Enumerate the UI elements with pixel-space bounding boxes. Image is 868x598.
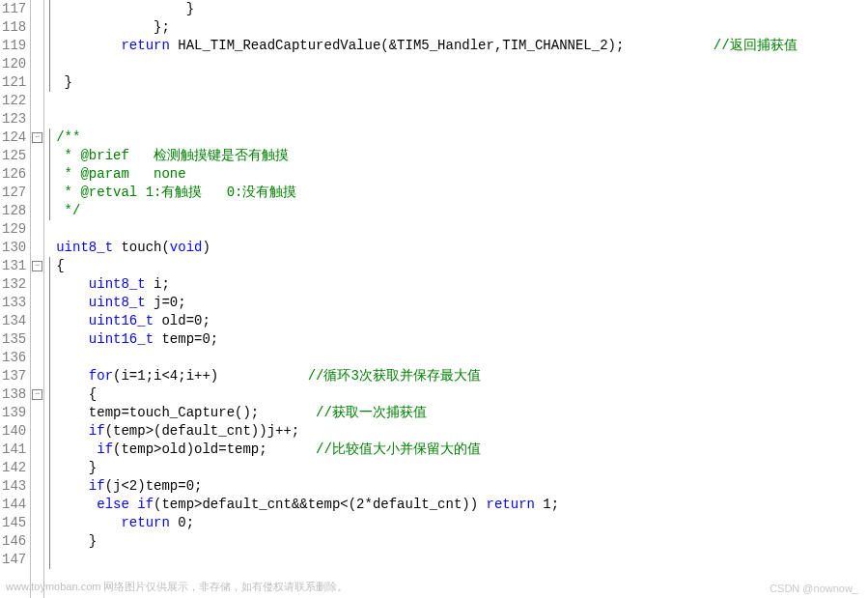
code-line[interactable]: { — [56, 385, 868, 404]
code-line[interactable]: if(temp>(default_cnt))j++; — [56, 422, 868, 441]
code-line[interactable]: */ — [56, 202, 868, 220]
line-number: 124 — [2, 128, 26, 147]
fold-toggle-icon[interactable]: − — [32, 261, 42, 271]
code-line[interactable]: uint16_t old=0; — [56, 312, 868, 330]
fold-toggle-icon[interactable]: − — [32, 132, 42, 143]
scope-indicator — [49, 257, 50, 569]
watermark-right: CSDN @nownow_ — [770, 583, 858, 594]
line-number: 135 — [2, 330, 26, 349]
code-line[interactable]: }; — [56, 18, 868, 37]
line-number: 134 — [2, 312, 26, 330]
code-line[interactable]: uint8_t j=0; — [56, 294, 868, 312]
line-number: 146 — [2, 532, 26, 551]
code-line[interactable]: if(temp>old)old=temp; //比较值大小并保留大的值 — [56, 441, 868, 459]
scope-column — [44, 0, 56, 598]
line-number: 119 — [2, 37, 26, 55]
watermark-left: www.toymoban.com 网络图片仅供展示，非存储，如有侵权请联系删除。 — [6, 580, 348, 594]
line-number: 130 — [2, 239, 26, 257]
code-line[interactable]: uint8_t i; — [56, 275, 868, 294]
line-number: 145 — [2, 514, 26, 532]
code-line[interactable]: } — [56, 0, 868, 18]
code-line[interactable]: if(j<2)temp=0; — [56, 477, 868, 496]
line-number: 140 — [2, 422, 26, 441]
line-number: 142 — [2, 459, 26, 477]
code-line[interactable] — [56, 551, 868, 569]
line-number-gutter: 1171181191201211221231241251261271281291… — [0, 0, 31, 598]
code-line[interactable]: } — [56, 459, 868, 477]
code-line[interactable]: temp=touch_Capture(); //获取一次捕获值 — [56, 404, 868, 422]
line-number: 122 — [2, 92, 26, 110]
code-line[interactable]: uint16_t temp=0; — [56, 330, 868, 349]
line-number: 143 — [2, 477, 26, 496]
line-number: 117 — [2, 0, 26, 18]
line-number: 121 — [2, 73, 26, 92]
code-line[interactable]: } — [56, 73, 868, 92]
code-line[interactable]: * @param none — [56, 165, 868, 184]
code-line[interactable]: * @retval 1:有触摸 0:没有触摸 — [56, 184, 868, 202]
code-line[interactable]: } — [56, 532, 868, 551]
code-line[interactable] — [56, 220, 868, 239]
code-line[interactable] — [56, 55, 868, 73]
code-area[interactable]: } }; return HAL_TIM_ReadCapturedValue(&T… — [56, 0, 868, 598]
code-line[interactable] — [56, 110, 868, 128]
fold-toggle-icon[interactable]: − — [32, 389, 42, 400]
line-number: 123 — [2, 110, 26, 128]
code-line[interactable]: return HAL_TIM_ReadCapturedValue(&TIM5_H… — [56, 37, 868, 55]
line-number: 132 — [2, 275, 26, 294]
code-line[interactable]: for(i=1;i<4;i++) //循环3次获取并保存最大值 — [56, 367, 868, 385]
line-number: 139 — [2, 404, 26, 422]
line-number: 136 — [2, 349, 26, 367]
scope-indicator — [49, 128, 50, 220]
line-number: 133 — [2, 294, 26, 312]
line-number: 129 — [2, 220, 26, 239]
line-number: 147 — [2, 551, 26, 569]
code-line[interactable]: { — [56, 257, 868, 275]
code-line[interactable]: /** — [56, 128, 868, 147]
code-line[interactable]: uint8_t touch(void) — [56, 239, 868, 257]
line-number: 144 — [2, 496, 26, 514]
line-number: 131 — [2, 257, 26, 275]
line-number: 118 — [2, 18, 26, 37]
line-number: 138 — [2, 385, 26, 404]
line-number: 128 — [2, 202, 26, 220]
line-number: 125 — [2, 147, 26, 165]
scope-indicator — [49, 0, 50, 92]
code-line[interactable] — [56, 349, 868, 367]
line-number: 137 — [2, 367, 26, 385]
code-line[interactable]: * @brief 检测触摸键是否有触摸 — [56, 147, 868, 165]
code-line[interactable] — [56, 92, 868, 110]
line-number: 127 — [2, 184, 26, 202]
code-line[interactable]: return 0; — [56, 514, 868, 532]
fold-column[interactable]: −−− — [31, 0, 44, 598]
code-editor[interactable]: 1171181191201211221231241251261271281291… — [0, 0, 868, 598]
line-number: 141 — [2, 441, 26, 459]
code-line[interactable]: else if(temp>default_cnt&&temp<(2*defaul… — [56, 496, 868, 514]
line-number: 120 — [2, 55, 26, 73]
line-number: 126 — [2, 165, 26, 184]
